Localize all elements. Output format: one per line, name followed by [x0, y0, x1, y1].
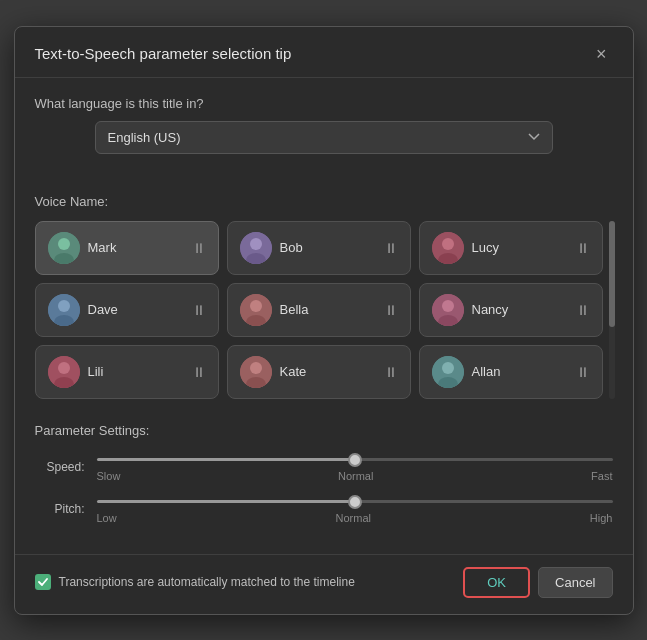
pitch-mid-label: Normal	[336, 512, 371, 524]
svg-point-10	[58, 300, 70, 312]
auto-match-label: Transcriptions are automatically matched…	[59, 575, 355, 589]
speed-slider-wrap: Slow Normal Fast	[97, 452, 613, 482]
voice-card-lucy[interactable]: Lucy ⏸	[419, 221, 603, 275]
footer-buttons: OK Cancel	[463, 567, 612, 598]
voice-name-bob: Bob	[280, 240, 303, 255]
svg-point-22	[250, 362, 262, 374]
waveform-icon-lucy: ⏸	[576, 240, 590, 256]
voice-name-nancy: Nancy	[472, 302, 509, 317]
avatar-dave	[48, 294, 80, 326]
ok-button[interactable]: OK	[463, 567, 530, 598]
speed-slider[interactable]	[97, 458, 613, 461]
voice-name-lili: Lili	[88, 364, 104, 379]
avatar-kate	[240, 356, 272, 388]
checkbox-icon	[35, 574, 51, 590]
speed-max-label: Fast	[591, 470, 612, 482]
waveform-icon-bob: ⏸	[384, 240, 398, 256]
cancel-button[interactable]: Cancel	[538, 567, 612, 598]
svg-point-19	[58, 362, 70, 374]
waveform-icon-dave: ⏸	[192, 302, 206, 318]
avatar-bella	[240, 294, 272, 326]
speed-mid-label: Normal	[338, 470, 373, 482]
avatar-mark	[48, 232, 80, 264]
voice-card-mark[interactable]: Mark ⏸	[35, 221, 219, 275]
svg-point-1	[58, 238, 70, 250]
param-settings-label: Parameter Settings:	[35, 423, 613, 438]
close-button[interactable]: ×	[590, 43, 613, 65]
voice-card-bob[interactable]: Bob ⏸	[227, 221, 411, 275]
waveform-icon-allan: ⏸	[576, 364, 590, 380]
waveform-icon-lili: ⏸	[192, 364, 206, 380]
voice-card-allan[interactable]: Allan ⏸	[419, 345, 603, 399]
waveform-icon-nancy: ⏸	[576, 302, 590, 318]
scrollbar-thumb[interactable]	[609, 221, 615, 328]
voice-card-kate[interactable]: Kate ⏸	[227, 345, 411, 399]
avatar-allan	[432, 356, 464, 388]
dialog-header: Text-to-Speech parameter selection tip ×	[15, 27, 633, 78]
dialog-footer: Transcriptions are automatically matched…	[15, 554, 633, 614]
auto-match-checkbox[interactable]: Transcriptions are automatically matched…	[35, 574, 355, 590]
pitch-max-label: High	[590, 512, 613, 524]
voice-card-nancy[interactable]: Nancy ⏸	[419, 283, 603, 337]
voice-card-bella[interactable]: Bella ⏸	[227, 283, 411, 337]
speed-label: Speed:	[35, 460, 85, 474]
svg-point-25	[442, 362, 454, 374]
svg-point-13	[250, 300, 262, 312]
scrollbar-track[interactable]	[609, 221, 615, 399]
avatar-lili	[48, 356, 80, 388]
dialog-title: Text-to-Speech parameter selection tip	[35, 45, 292, 62]
voice-name-bella: Bella	[280, 302, 309, 317]
pitch-row: Pitch: Low Normal High	[35, 494, 613, 524]
waveform-icon-kate: ⏸	[384, 364, 398, 380]
voice-card-dave[interactable]: Dave ⏸	[35, 283, 219, 337]
pitch-min-label: Low	[97, 512, 117, 524]
pitch-slider-wrap: Low Normal High	[97, 494, 613, 524]
voice-name-kate: Kate	[280, 364, 307, 379]
waveform-icon-mark: ⏸	[192, 240, 206, 256]
waveform-icon-bella: ⏸	[384, 302, 398, 318]
speed-min-label: Slow	[97, 470, 121, 482]
avatar-lucy	[432, 232, 464, 264]
voice-name-label: Voice Name:	[35, 194, 613, 209]
language-select[interactable]: English (US)	[95, 121, 553, 154]
svg-point-4	[250, 238, 262, 250]
svg-point-7	[442, 238, 454, 250]
svg-point-16	[442, 300, 454, 312]
tts-dialog: Text-to-Speech parameter selection tip ×…	[14, 26, 634, 615]
dialog-body: What language is this title in? English …	[15, 78, 633, 554]
voice-name-lucy: Lucy	[472, 240, 499, 255]
voice-card-lili[interactable]: Lili ⏸	[35, 345, 219, 399]
language-question: What language is this title in?	[35, 96, 613, 111]
pitch-slider[interactable]	[97, 500, 613, 503]
voice-grid: Mark ⏸ Bob ⏸	[35, 221, 603, 399]
voice-name-dave: Dave	[88, 302, 118, 317]
avatar-bob	[240, 232, 272, 264]
pitch-label: Pitch:	[35, 502, 85, 516]
voice-name-mark: Mark	[88, 240, 117, 255]
voice-name-allan: Allan	[472, 364, 501, 379]
speed-row: Speed: Slow Normal Fast	[35, 452, 613, 482]
avatar-nancy	[432, 294, 464, 326]
